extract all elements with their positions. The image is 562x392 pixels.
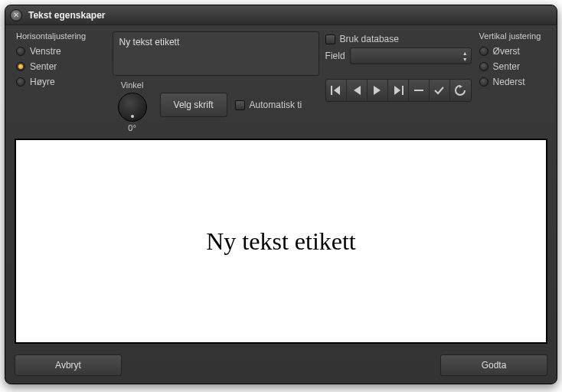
nav-refresh-button[interactable]	[450, 80, 471, 101]
v-align-bottom[interactable]: Nederst	[479, 74, 549, 90]
use-database-checkbox[interactable]: Bruk database	[325, 31, 472, 47]
v-align-top-label: Øverst	[493, 46, 520, 57]
choose-font-label: Velg skrift	[174, 100, 214, 110]
h-align-right[interactable]: Høyre	[16, 74, 106, 90]
last-icon	[393, 86, 404, 95]
svg-marker-2	[354, 86, 361, 95]
label-text-value: Ny tekst etikett	[119, 37, 180, 47]
horizontal-align-group: Horisontaljustering Venstre Senter Høyre	[13, 31, 106, 132]
vertical-align-group: Vertikal justering Øverst Senter Nederst	[478, 31, 549, 132]
window-title: Tekst egenskaper	[28, 10, 106, 21]
h-align-center[interactable]: Senter	[16, 59, 106, 74]
nav-last-button[interactable]	[388, 80, 409, 101]
nav-stop-button[interactable]	[409, 80, 430, 101]
dialog-window: ✕ Tekst egenskaper Horisontaljustering V…	[5, 5, 557, 384]
accept-button[interactable]: Godta	[440, 354, 547, 376]
first-icon	[331, 86, 341, 95]
radio-icon	[479, 47, 488, 56]
auto-fit-label: Automatisk ti	[250, 100, 302, 110]
record-nav-toolbar	[325, 79, 472, 102]
svg-marker-1	[334, 86, 340, 95]
angle-group: Vinkel 0°	[113, 80, 152, 132]
h-align-right-label: Høyre	[30, 77, 55, 87]
svg-marker-4	[394, 86, 400, 95]
next-icon	[374, 86, 381, 95]
cancel-button[interactable]: Avbryt	[15, 354, 122, 376]
auto-fit-checkbox[interactable]: Automatisk ti	[235, 97, 302, 113]
nav-next-button[interactable]	[368, 80, 388, 101]
refresh-icon	[455, 85, 466, 96]
checkbox-icon	[235, 100, 245, 110]
dialog-footer: Avbryt Godta	[5, 350, 557, 384]
h-align-center-label: Senter	[30, 61, 57, 72]
radio-icon	[16, 77, 25, 87]
nav-apply-button[interactable]	[430, 80, 450, 101]
h-align-left[interactable]: Venstre	[16, 44, 106, 59]
v-align-center-label: Senter	[493, 61, 520, 72]
svg-rect-0	[331, 86, 332, 95]
preview-text: Ny tekst etikett	[206, 227, 356, 256]
v-align-top[interactable]: Øverst	[479, 44, 549, 59]
svg-marker-7	[459, 85, 462, 88]
prev-icon	[353, 86, 361, 95]
controls-panel: Horisontaljustering Venstre Senter Høyre…	[5, 25, 557, 137]
database-group: Bruk database Field ▲▼	[325, 31, 472, 132]
field-row: Field ▲▼	[325, 47, 472, 65]
stop-icon	[414, 87, 423, 94]
choose-font-button[interactable]: Velg skrift	[160, 93, 227, 117]
close-icon: ✕	[13, 11, 19, 19]
angle-label: Vinkel	[113, 80, 152, 90]
spinner-icon: ▲▼	[462, 51, 468, 62]
titlebar: ✕ Tekst egenskaper	[5, 5, 557, 25]
nav-prev-button[interactable]	[347, 80, 368, 101]
check-icon	[434, 86, 444, 95]
radio-icon	[16, 47, 25, 56]
radio-icon	[479, 77, 488, 87]
preview-canvas: Ny tekst etikett	[15, 139, 547, 344]
h-align-label: Horisontaljustering	[16, 31, 106, 41]
label-text-input[interactable]: Ny tekst etikett	[113, 31, 319, 76]
svg-rect-6	[414, 90, 423, 91]
radio-icon	[479, 62, 488, 71]
field-label: Field	[325, 51, 345, 61]
v-align-label: Vertikal justering	[479, 31, 549, 41]
use-database-label: Bruk database	[340, 34, 399, 44]
h-align-left-label: Venstre	[30, 46, 61, 57]
svg-marker-3	[374, 86, 381, 95]
angle-value: 0°	[113, 123, 152, 132]
field-select[interactable]: ▲▼	[350, 47, 472, 64]
v-align-center[interactable]: Senter	[479, 59, 549, 74]
checkbox-icon	[325, 34, 335, 44]
nav-first-button[interactable]	[326, 80, 347, 101]
radio-icon	[16, 62, 25, 71]
angle-dial[interactable]	[118, 93, 147, 122]
cancel-label: Avbryt	[55, 360, 81, 371]
v-align-bottom-label: Nederst	[493, 77, 525, 87]
svg-rect-5	[402, 86, 404, 95]
accept-label: Godta	[482, 360, 507, 371]
text-settings-group: Ny tekst etikett Vinkel 0° Velg skrift A…	[113, 31, 319, 132]
close-button[interactable]: ✕	[10, 9, 22, 21]
